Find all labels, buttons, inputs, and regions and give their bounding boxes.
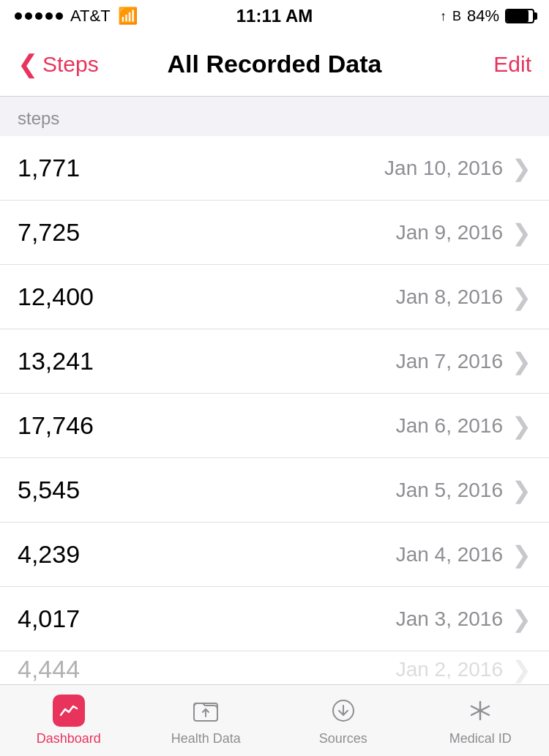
battery-percent: 84% bbox=[467, 7, 499, 26]
tab-medical-id[interactable]: Medical ID bbox=[412, 685, 550, 756]
tab-dashboard[interactable]: Dashboard bbox=[0, 685, 138, 756]
step-date: Jan 10, 2016 bbox=[384, 157, 503, 180]
signal-dot-1 bbox=[15, 12, 22, 20]
tab-sources-icon bbox=[327, 695, 359, 727]
table-row[interactable]: 1,771 Jan 10, 2016 ❯ bbox=[0, 136, 549, 201]
table-row[interactable]: 13,241 Jan 7, 2016 ❯ bbox=[0, 329, 549, 394]
edit-button[interactable]: Edit bbox=[493, 52, 531, 77]
chevron-right-icon: ❯ bbox=[512, 414, 531, 438]
tab-bar: Dashboard Health Data Sources bbox=[0, 684, 549, 756]
carrier-label: AT&T bbox=[70, 7, 111, 26]
back-chevron-icon: ❮ bbox=[18, 51, 38, 76]
nav-bar: ❮ Steps All Recorded Data Edit bbox=[0, 32, 549, 97]
step-date: Jan 5, 2016 bbox=[396, 479, 503, 502]
back-button[interactable]: ❮ Steps bbox=[18, 52, 99, 77]
step-value: 17,746 bbox=[18, 411, 94, 440]
step-date: Jan 3, 2016 bbox=[396, 607, 503, 631]
tab-medical-id-icon bbox=[464, 695, 496, 727]
back-label: Steps bbox=[42, 52, 99, 77]
step-value: 4,239 bbox=[18, 540, 80, 569]
section-header: steps bbox=[0, 97, 549, 136]
signal-dots bbox=[15, 12, 63, 20]
chevron-right-icon: ❯ bbox=[512, 221, 531, 244]
row-right: Jan 10, 2016 ❯ bbox=[384, 157, 531, 180]
section-header-label: steps bbox=[18, 108, 59, 128]
step-value: 12,400 bbox=[18, 282, 94, 311]
medical-id-asterisk-icon bbox=[466, 696, 495, 725]
step-value: 1,771 bbox=[18, 154, 80, 182]
dashboard-icon-bg bbox=[53, 695, 85, 727]
tab-health-data-label: Health Data bbox=[171, 731, 241, 746]
row-right: Jan 7, 2016 ❯ bbox=[396, 350, 531, 373]
chevron-right-icon: ❯ bbox=[512, 658, 531, 681]
table-row[interactable]: 17,746 Jan 6, 2016 ❯ bbox=[0, 394, 549, 458]
wifi-icon: 📶 bbox=[118, 7, 138, 26]
row-right: Jan 4, 2016 ❯ bbox=[396, 543, 531, 566]
step-date: Jan 9, 2016 bbox=[396, 221, 503, 244]
battery-icon bbox=[505, 9, 534, 23]
table-row-partial[interactable]: 4,444 Jan 2, 2016 ❯ bbox=[0, 651, 549, 688]
status-time: 11:11 AM bbox=[236, 6, 313, 26]
step-date-partial: Jan 2, 2016 bbox=[396, 658, 503, 681]
row-right: Jan 8, 2016 ❯ bbox=[396, 285, 531, 309]
table-row[interactable]: 7,725 Jan 9, 2016 ❯ bbox=[0, 201, 549, 265]
row-right: Jan 5, 2016 ❯ bbox=[396, 479, 531, 502]
chevron-right-icon: ❯ bbox=[512, 543, 531, 566]
chevron-right-icon: ❯ bbox=[512, 285, 531, 309]
tab-medical-id-label: Medical ID bbox=[449, 731, 512, 746]
status-right: ↑ B 84% bbox=[440, 7, 534, 26]
step-date: Jan 8, 2016 bbox=[396, 285, 503, 309]
chevron-right-icon: ❯ bbox=[512, 607, 531, 631]
sources-download-icon bbox=[329, 696, 358, 725]
tab-dashboard-icon bbox=[53, 695, 85, 727]
chevron-right-icon: ❯ bbox=[512, 479, 531, 502]
step-value: 13,241 bbox=[18, 347, 94, 375]
row-right: Jan 6, 2016 ❯ bbox=[396, 414, 531, 438]
signal-dot-4 bbox=[45, 12, 53, 20]
health-data-folder-icon bbox=[191, 696, 220, 725]
chevron-right-icon: ❯ bbox=[512, 350, 531, 373]
table-row[interactable]: 4,017 Jan 3, 2016 ❯ bbox=[0, 587, 549, 651]
battery-fill bbox=[507, 10, 529, 22]
tab-dashboard-label: Dashboard bbox=[37, 731, 101, 746]
tab-sources[interactable]: Sources bbox=[274, 685, 412, 756]
dashboard-chart-icon bbox=[59, 700, 79, 721]
row-right: Jan 3, 2016 ❯ bbox=[396, 607, 531, 631]
tab-health-data-icon bbox=[190, 695, 222, 727]
status-left: AT&T 📶 bbox=[15, 7, 138, 26]
step-date: Jan 4, 2016 bbox=[396, 543, 503, 566]
location-icon: ↑ bbox=[440, 9, 447, 24]
tab-health-data[interactable]: Health Data bbox=[138, 685, 275, 756]
bluetooth-icon: B bbox=[452, 9, 461, 24]
signal-dot-2 bbox=[25, 12, 32, 20]
data-list: 1,771 Jan 10, 2016 ❯ 7,725 Jan 9, 2016 ❯… bbox=[0, 136, 549, 688]
tab-sources-label: Sources bbox=[319, 731, 367, 746]
step-value-partial: 4,444 bbox=[18, 655, 80, 684]
row-right: Jan 9, 2016 ❯ bbox=[396, 221, 531, 244]
step-value: 4,017 bbox=[18, 605, 80, 633]
status-bar: AT&T 📶 11:11 AM ↑ B 84% bbox=[0, 0, 549, 32]
chevron-right-icon: ❯ bbox=[512, 157, 531, 180]
table-row[interactable]: 5,545 Jan 5, 2016 ❯ bbox=[0, 458, 549, 523]
signal-dot-5 bbox=[56, 12, 63, 20]
table-row[interactable]: 4,239 Jan 4, 2016 ❯ bbox=[0, 523, 549, 587]
step-value: 5,545 bbox=[18, 476, 80, 504]
page-title: All Recorded Data bbox=[168, 50, 382, 78]
step-date: Jan 6, 2016 bbox=[396, 414, 503, 438]
table-row[interactable]: 12,400 Jan 8, 2016 ❯ bbox=[0, 265, 549, 329]
step-date: Jan 7, 2016 bbox=[396, 350, 503, 373]
step-value: 7,725 bbox=[18, 218, 80, 247]
signal-dot-3 bbox=[35, 12, 42, 20]
row-right-partial: Jan 2, 2016 ❯ bbox=[396, 658, 531, 681]
